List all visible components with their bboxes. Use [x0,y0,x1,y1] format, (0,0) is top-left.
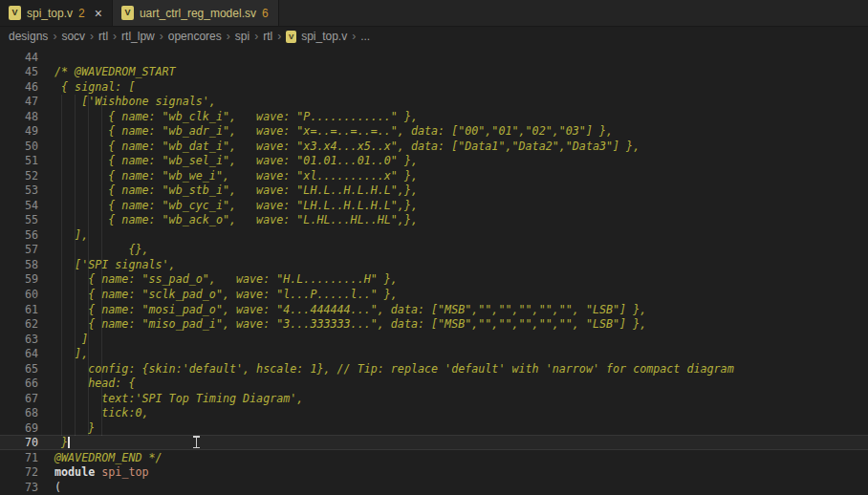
code-line-61[interactable]: 61 { name: "mosi_pad_o", wave: "4...4444… [0,302,868,317]
code-line-62[interactable]: 62 { name: "miso_pad_i", wave: "3...3333… [0,316,868,332]
code-line-70[interactable]: 70 } [0,435,868,450]
line-text: { name: "wb_adr_i", wave: "x=..=..=..=..… [54,124,613,138]
code-line-73[interactable]: 73( [0,480,868,495]
code-line-50[interactable]: 50 { name: "wb_dat_i", wave: "x3.x4...x5… [0,139,868,154]
tab-uart_ctrl_reg_model.sv[interactable]: Vuart_ctrl_reg_model.sv6 [113,0,279,26]
line-number[interactable]: 67 [0,392,38,405]
line-text: tick:0, [54,406,149,420]
line-text: { name: "wb_ack_o", wave: "L.HL...HL..HL… [54,213,418,226]
line-number[interactable]: 47 [0,95,38,108]
token-comment: head: { [54,377,135,390]
code-line-47[interactable]: 47 ['Wishbone signals', [0,95,868,110]
breadcrumb-item-designs[interactable]: designs [9,30,48,43]
tab-problems-badge: 6 [262,7,269,20]
line-number[interactable]: 49 [0,124,38,138]
token-comment: ['SPI signals', [54,258,176,271]
line-number[interactable]: 64 [0,347,38,360]
line-number[interactable]: 73 [0,481,38,494]
breadcrumb-item-rtl[interactable]: rtl [263,30,272,43]
code-line-68[interactable]: 68 tick:0, [0,405,868,420]
line-number[interactable]: 54 [0,199,38,212]
code-line-51[interactable]: 51 { name: "wb_sel_i", wave: "01.01...01… [0,154,868,169]
tab-spi_top.v[interactable]: Vspi_top.v2× [0,0,113,26]
line-number[interactable]: 70 [0,436,38,449]
code-line-52[interactable]: 52 { name: "wb_we_i", wave: "xl.........… [0,168,868,183]
line-text: ], [54,347,88,360]
text-caret [68,437,70,448]
breadcrumb-item-opencores[interactable]: opencores [168,30,222,43]
code-line-67[interactable]: 67 text:'SPI Top Timing Diagram', [0,391,868,406]
line-number[interactable]: 46 [0,80,38,94]
code-line-65[interactable]: 65 config: {skin:'default', hscale: 1}, … [0,361,868,377]
line-number[interactable]: 60 [0,288,38,301]
line-number[interactable]: 53 [0,183,38,197]
line-number[interactable]: 52 [0,169,38,183]
code-line-57[interactable]: 57 {}, [0,243,868,258]
line-number[interactable]: 72 [0,465,38,479]
line-number[interactable]: 63 [0,333,38,346]
line-number[interactable]: 56 [0,228,38,242]
code-line-59[interactable]: 59 { name: "ss_pad_o", wave: "H.L.......… [0,272,868,288]
chevron-right-icon: › [90,30,94,43]
line-number[interactable]: 50 [0,140,38,153]
breadcrumb-more[interactable]: ... [360,30,370,43]
line-number[interactable]: 55 [0,213,38,226]
code-line-56[interactable]: 56 ], [0,227,868,243]
code-line-58[interactable]: 58 ['SPI signals', [0,257,868,272]
code-line-45[interactable]: 45/* @WAVEDROM_START [0,65,868,80]
token-comment: {}, [54,243,149,256]
code-line-48[interactable]: 48 { name: "wb_clk_i", wave: "P.........… [0,109,868,124]
code-line-60[interactable]: 60 { name: "sclk_pad_o", wave: "l...P...… [0,287,868,302]
line-number[interactable]: 51 [0,154,38,167]
line-text: { name: "wb_sel_i", wave: "01.01...01..0… [54,154,418,167]
code-line-69[interactable]: 69 } [0,420,868,436]
code-line-53[interactable]: 53 { name: "wb_stb_i", wave: "LH.L..H.L.… [0,183,868,199]
code-line-46[interactable]: 46 { signal: [ [0,79,868,95]
line-number[interactable]: 45 [0,65,38,78]
line-text: } [54,421,95,435]
token-comment: ['Wishbone signals', [54,95,216,108]
token-comment: { name: "wb_sel_i", wave: "01.01...01..0… [54,154,418,167]
code-line-54[interactable]: 54 { name: "wb_cyc_i", wave: "LH.L..H.L.… [0,198,868,213]
line-number[interactable]: 68 [0,406,38,420]
line-text: { name: "wb_cyc_i", wave: "LH.L..H.L.H.L… [54,199,418,212]
token-comment: text:'SPI Top Timing Diagram', [54,392,303,405]
line-number[interactable]: 66 [0,377,38,390]
breadcrumb-item-file[interactable]: spi_top.v [301,30,347,43]
token-entity: spi_top [101,465,148,479]
code-line-55[interactable]: 55 { name: "wb_ack_o", wave: "L.HL...HL.… [0,213,868,228]
breadcrumb-item-rtl[interactable]: rtl [98,30,108,43]
line-number[interactable]: 65 [0,362,38,376]
code-line-49[interactable]: 49 { name: "wb_adr_i", wave: "x=..=..=..… [0,124,868,140]
line-number[interactable]: 61 [0,303,38,316]
token-keyword: module [54,465,95,479]
line-text: { name: "wb_clk_i", wave: "P............… [54,110,418,123]
code-line-72[interactable]: 72module spi_top [0,464,868,480]
line-number[interactable]: 59 [0,272,38,286]
line-number[interactable]: 62 [0,317,38,331]
breadcrumb-item-socv[interactable]: socv [61,30,85,43]
code-line-66[interactable]: 66 head: { [0,376,868,391]
line-number[interactable]: 48 [0,110,38,123]
line-text: { name: "mosi_pad_o", wave: "4...444444.… [54,303,646,316]
line-text: { name: "miso_pad_i", wave: "3...333333.… [54,317,646,331]
breadcrumb: designs›socv›rtl›rtl_lpw›opencores›spi›r… [0,27,868,46]
line-number[interactable]: 69 [0,421,38,435]
code-line-71[interactable]: 71@WAVEDROM_END */ [0,450,868,465]
code-line-63[interactable]: 63 ] [0,332,868,347]
chevron-right-icon: › [113,30,117,43]
line-number[interactable]: 57 [0,243,38,256]
breadcrumb-item-rtl_lpw[interactable]: rtl_lpw [121,30,155,43]
line-text: ] [54,333,88,346]
breadcrumb-item-spi[interactable]: spi [235,30,250,43]
line-number[interactable]: 58 [0,258,38,271]
line-text: { signal: [ [54,80,135,94]
token-comment: { signal: [ [54,80,135,94]
token-comment: ], [54,228,88,242]
close-icon[interactable]: × [95,7,102,20]
code-line-44[interactable]: 44 [0,50,868,65]
line-number[interactable]: 44 [0,51,38,64]
line-number[interactable]: 71 [0,451,38,464]
code-editor[interactable]: 4445/* @WAVEDROM_START46 { signal: [47 [… [0,46,868,495]
code-line-64[interactable]: 64 ], [0,346,868,361]
